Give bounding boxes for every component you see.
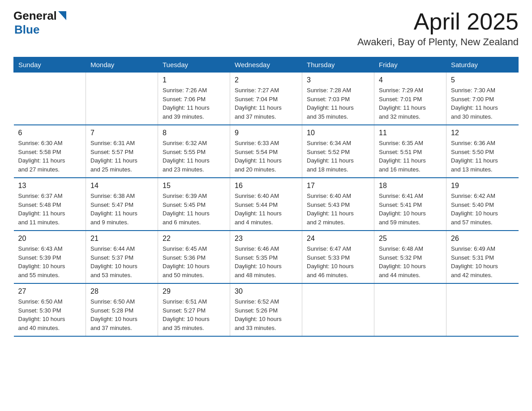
calendar-cell (302, 283, 374, 336)
calendar-cell (446, 283, 519, 336)
day-info: Sunrise: 7:29 AM Sunset: 7:01 PM Dayligh… (379, 86, 442, 121)
month-title: April 2025 (357, 9, 519, 34)
day-number: 3 (307, 76, 369, 84)
day-number: 10 (307, 129, 369, 137)
calendar-cell: 24Sunrise: 6:47 AM Sunset: 5:33 PM Dayli… (302, 231, 374, 283)
logo: General Blue (13, 9, 66, 37)
day-info: Sunrise: 7:26 AM Sunset: 7:06 PM Dayligh… (163, 86, 225, 121)
day-number: 1 (163, 76, 225, 84)
day-number: 14 (90, 182, 153, 190)
calendar-cell: 11Sunrise: 6:35 AM Sunset: 5:51 PM Dayli… (374, 125, 446, 178)
calendar-cell: 5Sunrise: 7:30 AM Sunset: 7:00 PM Daylig… (446, 73, 519, 125)
calendar-cell: 25Sunrise: 6:48 AM Sunset: 5:32 PM Dayli… (374, 231, 446, 283)
day-number: 18 (379, 182, 442, 190)
week-row-3: 20Sunrise: 6:43 AM Sunset: 5:39 PM Dayli… (14, 231, 519, 283)
calendar-cell: 8Sunrise: 6:32 AM Sunset: 5:55 PM Daylig… (158, 125, 230, 178)
day-info: Sunrise: 6:39 AM Sunset: 5:45 PM Dayligh… (163, 192, 225, 227)
day-info: Sunrise: 6:40 AM Sunset: 5:43 PM Dayligh… (307, 192, 369, 227)
header-cell-thursday: Thursday (302, 57, 374, 73)
day-info: Sunrise: 6:37 AM Sunset: 5:48 PM Dayligh… (18, 192, 82, 227)
calendar-cell: 29Sunrise: 6:51 AM Sunset: 5:27 PM Dayli… (158, 283, 230, 336)
logo-blue-text: Blue (14, 23, 39, 37)
day-number: 23 (235, 235, 297, 243)
day-number: 11 (379, 129, 442, 137)
day-number: 4 (379, 76, 442, 84)
header-cell-wednesday: Wednesday (230, 57, 302, 73)
day-number: 22 (163, 235, 225, 243)
calendar-cell: 18Sunrise: 6:41 AM Sunset: 5:41 PM Dayli… (374, 178, 446, 231)
calendar-cell: 7Sunrise: 6:31 AM Sunset: 5:57 PM Daylig… (86, 125, 158, 178)
calendar-cell (86, 73, 158, 125)
calendar-cell: 20Sunrise: 6:43 AM Sunset: 5:39 PM Dayli… (14, 231, 86, 283)
calendar-cell: 22Sunrise: 6:45 AM Sunset: 5:36 PM Dayli… (158, 231, 230, 283)
day-info: Sunrise: 6:47 AM Sunset: 5:33 PM Dayligh… (307, 244, 369, 279)
day-number: 6 (18, 129, 82, 137)
day-number: 24 (307, 235, 369, 243)
day-number: 15 (163, 182, 225, 190)
day-info: Sunrise: 6:36 AM Sunset: 5:50 PM Dayligh… (451, 139, 514, 174)
day-info: Sunrise: 6:43 AM Sunset: 5:39 PM Dayligh… (18, 244, 82, 279)
calendar-header: SundayMondayTuesdayWednesdayThursdayFrid… (14, 57, 519, 73)
header-cell-friday: Friday (374, 57, 446, 73)
header-row: SundayMondayTuesdayWednesdayThursdayFrid… (14, 57, 519, 73)
calendar-cell: 1Sunrise: 7:26 AM Sunset: 7:06 PM Daylig… (158, 73, 230, 125)
calendar-cell: 30Sunrise: 6:52 AM Sunset: 5:26 PM Dayli… (230, 283, 302, 336)
day-number: 2 (235, 76, 297, 84)
day-number: 26 (451, 235, 514, 243)
day-number: 21 (90, 235, 153, 243)
day-number: 16 (235, 182, 297, 190)
day-info: Sunrise: 7:28 AM Sunset: 7:03 PM Dayligh… (307, 86, 369, 121)
calendar-cell: 21Sunrise: 6:44 AM Sunset: 5:37 PM Dayli… (86, 231, 158, 283)
week-row-2: 13Sunrise: 6:37 AM Sunset: 5:48 PM Dayli… (14, 178, 519, 231)
day-info: Sunrise: 6:49 AM Sunset: 5:31 PM Dayligh… (451, 244, 514, 279)
calendar-cell: 28Sunrise: 6:50 AM Sunset: 5:28 PM Dayli… (86, 283, 158, 336)
page-header: General Blue April 2025 Awakeri, Bay of … (13, 9, 519, 48)
calendar-cell (14, 73, 86, 125)
day-number: 8 (163, 129, 225, 137)
header-cell-saturday: Saturday (446, 57, 519, 73)
day-info: Sunrise: 6:51 AM Sunset: 5:27 PM Dayligh… (163, 297, 225, 332)
day-info: Sunrise: 6:44 AM Sunset: 5:37 PM Dayligh… (90, 244, 153, 279)
svg-marker-0 (58, 11, 66, 20)
calendar-cell: 9Sunrise: 6:33 AM Sunset: 5:54 PM Daylig… (230, 125, 302, 178)
day-info: Sunrise: 6:32 AM Sunset: 5:55 PM Dayligh… (163, 139, 225, 174)
calendar-cell: 12Sunrise: 6:36 AM Sunset: 5:50 PM Dayli… (446, 125, 519, 178)
day-number: 29 (163, 287, 225, 295)
calendar-cell: 15Sunrise: 6:39 AM Sunset: 5:45 PM Dayli… (158, 178, 230, 231)
day-info: Sunrise: 6:42 AM Sunset: 5:40 PM Dayligh… (451, 192, 514, 227)
day-info: Sunrise: 7:30 AM Sunset: 7:00 PM Dayligh… (451, 86, 514, 121)
day-number: 28 (90, 287, 153, 295)
calendar-table: SundayMondayTuesdayWednesdayThursdayFrid… (13, 57, 519, 337)
day-number: 5 (451, 76, 514, 84)
day-info: Sunrise: 6:38 AM Sunset: 5:47 PM Dayligh… (90, 192, 153, 227)
calendar-cell: 27Sunrise: 6:50 AM Sunset: 5:30 PM Dayli… (14, 283, 86, 336)
calendar-cell: 23Sunrise: 6:46 AM Sunset: 5:35 PM Dayli… (230, 231, 302, 283)
day-info: Sunrise: 6:46 AM Sunset: 5:35 PM Dayligh… (235, 244, 297, 279)
header-cell-tuesday: Tuesday (158, 57, 230, 73)
day-number: 12 (451, 129, 514, 137)
logo-triangle-icon (58, 11, 66, 20)
day-info: Sunrise: 6:50 AM Sunset: 5:28 PM Dayligh… (90, 297, 153, 332)
day-info: Sunrise: 6:48 AM Sunset: 5:32 PM Dayligh… (379, 244, 442, 279)
day-info: Sunrise: 6:34 AM Sunset: 5:52 PM Dayligh… (307, 139, 369, 174)
day-info: Sunrise: 6:45 AM Sunset: 5:36 PM Dayligh… (163, 244, 225, 279)
calendar-cell: 4Sunrise: 7:29 AM Sunset: 7:01 PM Daylig… (374, 73, 446, 125)
day-number: 20 (18, 235, 82, 243)
day-info: Sunrise: 6:40 AM Sunset: 5:44 PM Dayligh… (235, 192, 297, 227)
day-number: 9 (235, 129, 297, 137)
calendar-cell: 2Sunrise: 7:27 AM Sunset: 7:04 PM Daylig… (230, 73, 302, 125)
day-number: 25 (379, 235, 442, 243)
header-cell-monday: Monday (86, 57, 158, 73)
location-title: Awakeri, Bay of Plenty, New Zealand (357, 36, 519, 48)
calendar-cell: 3Sunrise: 7:28 AM Sunset: 7:03 PM Daylig… (302, 73, 374, 125)
calendar-cell: 6Sunrise: 6:30 AM Sunset: 5:58 PM Daylig… (14, 125, 86, 178)
week-row-1: 6Sunrise: 6:30 AM Sunset: 5:58 PM Daylig… (14, 125, 519, 178)
day-info: Sunrise: 6:35 AM Sunset: 5:51 PM Dayligh… (379, 139, 442, 174)
calendar-cell: 16Sunrise: 6:40 AM Sunset: 5:44 PM Dayli… (230, 178, 302, 231)
calendar-body: 1Sunrise: 7:26 AM Sunset: 7:06 PM Daylig… (14, 73, 519, 337)
week-row-0: 1Sunrise: 7:26 AM Sunset: 7:06 PM Daylig… (14, 73, 519, 125)
day-info: Sunrise: 6:33 AM Sunset: 5:54 PM Dayligh… (235, 139, 297, 174)
calendar-cell: 19Sunrise: 6:42 AM Sunset: 5:40 PM Dayli… (446, 178, 519, 231)
day-info: Sunrise: 6:30 AM Sunset: 5:58 PM Dayligh… (18, 139, 82, 174)
calendar-cell: 26Sunrise: 6:49 AM Sunset: 5:31 PM Dayli… (446, 231, 519, 283)
